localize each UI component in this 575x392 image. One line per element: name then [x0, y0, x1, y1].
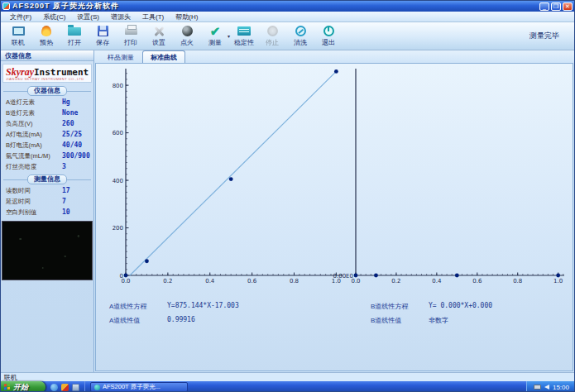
- toolbar: 联机 预热 打开 保存 打印 设置 点火 ✔ 测量 ▾: [1, 22, 574, 50]
- menu-settings[interactable]: 设置(S): [71, 12, 105, 22]
- svg-text:0.6: 0.6: [247, 278, 257, 284]
- tab-sample-measure[interactable]: 样品测量: [99, 50, 142, 63]
- toolbar-button-print[interactable]: 打印: [117, 23, 145, 49]
- toolbar-button-save[interactable]: 保存: [89, 23, 117, 49]
- info-row-current-b: B灯电流(mA)40/40: [1, 140, 93, 151]
- clean-icon: [293, 26, 308, 37]
- quick-launch-bar: [46, 381, 85, 392]
- keyboard-layout-icon[interactable]: [534, 385, 541, 390]
- svg-text:0.8: 0.8: [513, 278, 522, 284]
- channel-a-results: A道线性方程Y=875.144*X-17.003 A道线性值0.99916: [109, 302, 239, 330]
- show-desktop-icon[interactable]: [72, 384, 79, 391]
- sidebar-header: 仪器信息: [1, 50, 93, 61]
- close-button[interactable]: ✕: [563, 2, 573, 11]
- tab-standard-curve[interactable]: 标准曲线: [142, 50, 185, 63]
- b-linearity-value: 非数字: [429, 316, 448, 325]
- svg-text:1.0: 1.0: [553, 278, 563, 284]
- security-icon[interactable]: [61, 384, 69, 391]
- info-row-lamp-a: A道灯元素Hg: [1, 97, 93, 108]
- menu-source[interactable]: 谱源头: [105, 12, 137, 22]
- minimize-button[interactable]: _: [539, 2, 549, 11]
- info-row-neg-hv: 负高压(V)260: [1, 118, 93, 129]
- open-folder-icon: [67, 26, 82, 37]
- channel-b-results: B道线性方程Y= 0.000*X+0.000 B道线性值非数字: [371, 302, 492, 330]
- print-icon: [123, 26, 138, 37]
- application-window: AFS200T 原子荧光分析软件 _ ❐ ✕ 文件(F) 系统(C) 设置(S)…: [0, 0, 575, 392]
- ignite-icon: [180, 26, 194, 37]
- camera-preview: [2, 221, 93, 280]
- instrument-info-group-title: 仪器信息: [3, 86, 91, 96]
- start-button[interactable]: 开始: [1, 381, 46, 392]
- exit-power-icon: [321, 26, 336, 37]
- svg-text:400: 400: [113, 178, 123, 184]
- skyray-logo: SkyrayInstrument JIANGSU SKYRAY INSTRUME…: [2, 64, 92, 83]
- menu-help[interactable]: 帮助(H): [170, 12, 204, 22]
- info-row-argon-flow: 氩气流量(mL/M)300/900: [1, 151, 93, 161]
- measure-check-icon: ✔: [208, 26, 223, 37]
- restore-button[interactable]: ❐: [551, 2, 561, 11]
- settings-icon: [151, 26, 166, 37]
- b-equation-value: Y= 0.000*X+0.000: [429, 302, 492, 311]
- info-row-current-a: A灯电流(mA)25/25: [1, 129, 93, 140]
- info-row-blank-threshold: 空白判别值10: [1, 207, 93, 218]
- measure-info-group-title: 测量信息: [3, 174, 91, 184]
- svg-text:0.4: 0.4: [205, 278, 215, 284]
- info-row-read-time: 读数时间17: [1, 185, 93, 196]
- info-row-delay-time: 延迟时间7: [1, 196, 93, 207]
- status-bar: 联机: [1, 372, 574, 381]
- toolbar-button-stability[interactable]: 稳定性: [230, 23, 258, 49]
- svg-text:0: 0: [120, 273, 123, 280]
- svg-text:0.6: 0.6: [472, 278, 482, 284]
- a-linearity-value: 0.99916: [167, 316, 195, 325]
- system-tray: 15:00: [526, 381, 574, 392]
- svg-text:0.00E0: 0.00E0: [333, 273, 353, 280]
- logo-subtext: JIANGSU SKYRAY INSTRUMENT CO.,LTD: [6, 77, 89, 81]
- stop-icon: [265, 26, 280, 37]
- channel-b-chart: 0.00.20.40.60.81.00.00E0: [333, 65, 573, 290]
- toolbar-button-clean[interactable]: 清洗: [286, 23, 314, 49]
- toolbar-button-measure[interactable]: ✔ 测量: [201, 23, 229, 49]
- stability-icon: [237, 26, 252, 37]
- clock: 15:00: [553, 384, 569, 391]
- instrument-info-sidebar: 仪器信息 SkyrayInstrument JIANGSU SKYRAY INS…: [1, 50, 94, 372]
- toolbar-button-online[interactable]: 联机: [4, 23, 32, 49]
- svg-text:0.4: 0.4: [432, 278, 442, 284]
- measurement-status-text: 测量完毕: [529, 31, 571, 41]
- svg-text:0.2: 0.2: [391, 278, 400, 284]
- tab-strip: 样品测量 标准曲线: [94, 50, 574, 63]
- svg-text:600: 600: [113, 130, 123, 136]
- menu-bar: 文件(F) 系统(C) 设置(S) 谱源头 工具(T) 帮助(H): [1, 12, 574, 22]
- info-row-lamp-b: B道灯元素None: [1, 108, 93, 118]
- toolbar-button-stop: 停止: [258, 23, 286, 49]
- menu-tools[interactable]: 工具(T): [137, 12, 170, 22]
- volume-icon[interactable]: [544, 385, 549, 390]
- a-equation-label: A道线性方程: [109, 302, 167, 311]
- taskbar-task-afs200t[interactable]: AFS200T 原子荧光...: [90, 382, 188, 392]
- toolbar-button-exit[interactable]: 退出: [314, 23, 343, 49]
- preheat-icon: [39, 26, 54, 37]
- toolbar-button-open[interactable]: 打开: [60, 23, 89, 49]
- windows-flag-icon: [4, 384, 11, 391]
- toolbar-button-preheat[interactable]: 预热: [32, 23, 60, 49]
- standard-curve-panel: 0.00.20.40.60.81.00200400600800 0.00.20.…: [95, 63, 573, 371]
- window-title: AFS200T 原子荧光分析软件: [12, 1, 539, 12]
- svg-text:0.8: 0.8: [290, 278, 299, 284]
- info-row-filament: 灯丝亮暗度3: [1, 161, 93, 172]
- b-linearity-label: B道线性值: [371, 316, 429, 325]
- afs-app-icon: [94, 385, 100, 390]
- toolbar-button-ignite[interactable]: 点火: [173, 23, 201, 49]
- title-bar: AFS200T 原子荧光分析软件 _ ❐ ✕: [1, 1, 574, 12]
- menu-system[interactable]: 系统(C): [37, 12, 71, 22]
- svg-text:200: 200: [113, 225, 123, 232]
- menu-file[interactable]: 文件(F): [4, 12, 37, 22]
- online-icon: [11, 26, 26, 37]
- svg-text:0.2: 0.2: [163, 278, 172, 284]
- windows-taskbar: 开始 AFS200T 原子荧光... 15:00: [1, 381, 574, 392]
- a-linearity-label: A道线性值: [109, 316, 167, 325]
- channel-a-chart: 0.00.20.40.60.81.00200400600800: [101, 65, 349, 290]
- ie-icon[interactable]: [50, 384, 58, 391]
- b-equation-label: B道线性方程: [371, 302, 429, 311]
- toolbar-button-settings[interactable]: 设置: [145, 23, 173, 49]
- svg-text:800: 800: [113, 83, 123, 89]
- a-equation-value: Y=875.144*X-17.003: [167, 302, 239, 311]
